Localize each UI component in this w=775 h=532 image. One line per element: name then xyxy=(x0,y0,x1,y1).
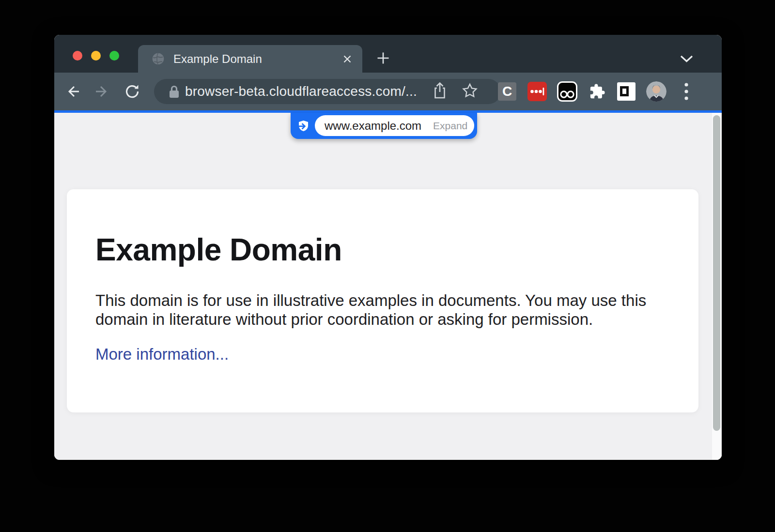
reload-icon xyxy=(124,83,140,100)
zoom-window-button[interactable] xyxy=(109,51,119,61)
tab-strip: Example Domain xyxy=(54,35,722,73)
share-button[interactable] xyxy=(432,82,448,101)
extension-lastpass-button[interactable] xyxy=(527,82,547,101)
page-viewport: www.example.com Expand Example Domain Th… xyxy=(54,113,722,460)
avatar xyxy=(646,81,666,102)
puzzle-icon xyxy=(589,83,605,100)
lastpass-icon xyxy=(527,82,547,101)
tab-title: Example Domain xyxy=(173,52,342,66)
isolated-domain-text: www.example.com xyxy=(325,119,421,133)
expand-button[interactable]: Expand xyxy=(433,120,467,132)
forward-arrow-icon xyxy=(93,83,111,100)
lock-icon[interactable] xyxy=(168,84,181,101)
plus-icon xyxy=(376,51,390,65)
bookmark-button[interactable] xyxy=(462,82,478,101)
isolation-domain-pill[interactable]: www.example.com Expand xyxy=(291,113,477,139)
scrollbar-track[interactable] xyxy=(712,113,722,460)
extensions-menu-button[interactable] xyxy=(589,83,605,100)
reload-button[interactable] xyxy=(124,83,140,100)
globe-favicon-icon xyxy=(152,52,165,65)
page-paragraph: This domain is for use in illustrative e… xyxy=(95,291,670,329)
page-title: Example Domain xyxy=(95,232,670,268)
tab-close-icon[interactable] xyxy=(342,54,353,64)
more-information-link[interactable]: More information... xyxy=(95,345,229,364)
extension-c-button[interactable]: C xyxy=(498,82,516,101)
tab-search-chevron-button[interactable] xyxy=(680,55,693,64)
window-controls xyxy=(73,51,119,61)
two-circles-extension-icon xyxy=(557,81,577,102)
star-icon xyxy=(462,82,478,99)
c-extension-icon: C xyxy=(498,82,516,101)
square-frame-icon xyxy=(617,82,636,101)
isolation-shield-icon xyxy=(295,119,310,136)
tab-example-domain[interactable]: Example Domain xyxy=(138,45,362,73)
back-arrow-icon xyxy=(64,83,81,100)
extension-circles-button[interactable] xyxy=(557,81,577,102)
scrollbar-thumb[interactable] xyxy=(713,115,720,431)
chevron-down-icon xyxy=(680,55,693,62)
close-window-button[interactable] xyxy=(73,51,82,61)
content-card: Example Domain This domain is for use in… xyxy=(67,189,698,412)
back-button[interactable] xyxy=(64,83,81,100)
profile-avatar-button[interactable] xyxy=(646,81,666,102)
forward-button[interactable] xyxy=(93,83,111,100)
browser-menu-button[interactable] xyxy=(684,82,689,101)
kebab-menu-icon xyxy=(684,82,689,101)
side-panel-button[interactable] xyxy=(617,82,636,101)
url-text: browser-beta.cloudflareaccess.com/... xyxy=(185,84,417,99)
share-icon xyxy=(432,82,448,99)
screenshot-stage: Example Domain xyxy=(0,0,775,532)
browser-window: Example Domain xyxy=(54,35,722,460)
address-bar[interactable]: browser-beta.cloudflareaccess.com/... xyxy=(154,79,501,104)
isolation-inner-pill[interactable]: www.example.com Expand xyxy=(315,115,474,136)
minimize-window-button[interactable] xyxy=(91,51,101,61)
new-tab-button[interactable] xyxy=(375,50,391,66)
browser-toolbar: browser-beta.cloudflareaccess.com/... C xyxy=(54,73,722,110)
